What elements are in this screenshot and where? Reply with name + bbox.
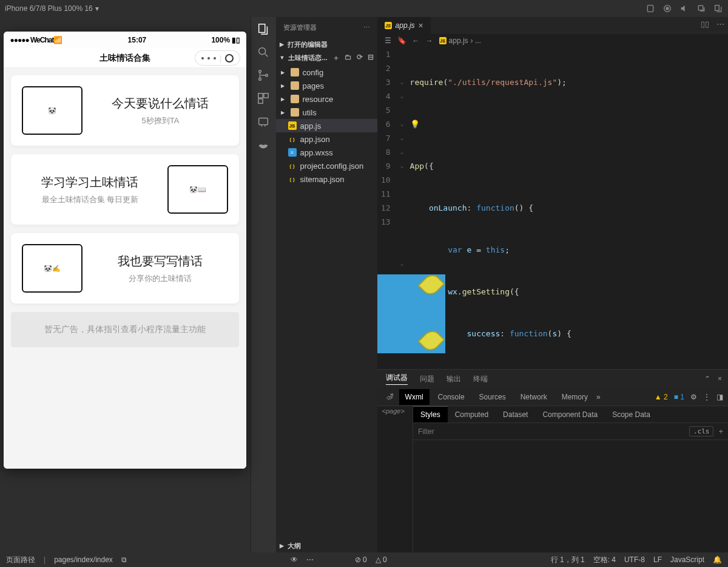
warn-count[interactable]: △ 0 bbox=[376, 555, 387, 564]
path-value[interactable]: pages/index/index bbox=[54, 555, 113, 564]
collapse-icon[interactable]: ⊟ bbox=[368, 53, 374, 63]
devtools-tab-memory[interactable]: Memory bbox=[556, 389, 594, 405]
linecol[interactable]: 行 1，列 1 bbox=[551, 555, 585, 565]
git-icon[interactable] bbox=[256, 68, 271, 83]
encoding[interactable]: UTF-8 bbox=[624, 555, 645, 564]
extensions-icon[interactable] bbox=[256, 91, 271, 106]
subtab-dataset[interactable]: Dataset bbox=[496, 406, 535, 423]
split-icon[interactable]: ▯▯ bbox=[701, 19, 709, 29]
forward-icon[interactable]: → bbox=[426, 36, 433, 45]
tree-file[interactable]: ≡app.wxss bbox=[276, 146, 377, 159]
info-count[interactable]: ■ 1 bbox=[674, 393, 684, 401]
kebab-icon[interactable]: ⋮ bbox=[703, 393, 710, 401]
more-icon[interactable]: ⋯ bbox=[363, 24, 370, 32]
tab-appjs[interactable]: JS app.js × bbox=[377, 17, 431, 34]
list-icon[interactable]: ☰ bbox=[385, 36, 391, 45]
new-folder-icon[interactable]: 🗀 bbox=[345, 53, 352, 63]
path-label: 页面路径 bbox=[6, 555, 35, 565]
card-title: 我也要写写情话 bbox=[92, 253, 228, 270]
back-icon[interactable]: ← bbox=[413, 36, 420, 45]
open-editors-section[interactable]: ▶ 打开的编辑器 bbox=[276, 38, 377, 51]
subtab-computed[interactable]: Computed bbox=[448, 406, 496, 423]
panel-tab-debugger[interactable]: 调试器 bbox=[386, 373, 408, 385]
battery-icon: ▮▯ bbox=[232, 36, 240, 44]
tree-folder[interactable]: ▶resource bbox=[276, 92, 377, 106]
card-3[interactable]: 🐼✍ 我也要写写情话 分享你的土味情话 bbox=[11, 233, 239, 304]
card-2[interactable]: 🐼📖 学习学习土味情话 最全土味情话合集 每日更新 bbox=[11, 154, 239, 225]
home-icon[interactable] bbox=[645, 4, 655, 13]
devtools-tab-wxml[interactable]: Wxml bbox=[399, 389, 430, 405]
device-selector[interactable]: iPhone 6/7/8 Plus 100% 16 ▾ bbox=[5, 4, 99, 13]
debug-icon[interactable] bbox=[256, 114, 271, 129]
more-icon[interactable]: ⋯ bbox=[716, 19, 724, 29]
card-sub: 分享你的土味情话 bbox=[92, 273, 228, 284]
dock-icon[interactable]: ◨ bbox=[716, 393, 723, 401]
style-filter-row: .cls + bbox=[413, 423, 728, 440]
indent[interactable]: 空格: 4 bbox=[593, 555, 616, 565]
tree-file[interactable]: { }sitemap.json bbox=[276, 172, 377, 186]
card-1[interactable]: 🐼 今天要说什么情话 5秒撩到TA bbox=[11, 75, 239, 146]
explorer-icon[interactable] bbox=[256, 22, 271, 36]
phone-body[interactable]: 🐼 今天要说什么情话 5秒撩到TA 🐼📖 学习学习土味情话 最全土味情话合集 每… bbox=[4, 68, 246, 469]
eye-icon[interactable]: 👁 bbox=[291, 555, 298, 564]
close-mini-icon[interactable] bbox=[225, 54, 234, 63]
cls-button[interactable]: .cls bbox=[689, 426, 714, 436]
refresh-icon[interactable]: ⟳ bbox=[357, 53, 363, 63]
multipage-icon[interactable] bbox=[713, 4, 723, 13]
explorer-sidebar: 资源管理器 ⋯ ▶ 打开的编辑器 ▼ 土味情话恋... ＋ 🗀 ⟳ ⊟ ▶con… bbox=[276, 17, 377, 552]
close-icon[interactable]: × bbox=[419, 21, 423, 30]
new-file-icon[interactable]: ＋ bbox=[332, 53, 340, 63]
eol[interactable]: LF bbox=[653, 555, 662, 564]
devtools-tab-network[interactable]: Network bbox=[514, 389, 553, 405]
subtab-componentdata[interactable]: Component Data bbox=[535, 406, 605, 423]
inspect-icon[interactable]: ⮰ bbox=[382, 393, 397, 401]
svg-rect-0 bbox=[647, 5, 653, 12]
code-body[interactable]: require("./utils/requestApi.js"); 💡 App(… bbox=[408, 47, 728, 369]
mute-icon[interactable] bbox=[679, 4, 689, 13]
screenshot-icon[interactable] bbox=[696, 4, 706, 13]
record-icon[interactable] bbox=[662, 4, 672, 13]
error-count[interactable]: ⊘ 0 bbox=[355, 555, 367, 564]
panel-tab-terminal[interactable]: 终端 bbox=[473, 374, 488, 384]
editor-tabs: JS app.js × ▯▯ ⋯ bbox=[377, 17, 728, 34]
add-style-icon[interactable]: + bbox=[718, 427, 723, 436]
tree-folder[interactable]: ▶config bbox=[276, 66, 377, 79]
outline-section[interactable]: ▶ 大纲 bbox=[276, 539, 377, 552]
close-icon[interactable]: × bbox=[718, 375, 722, 383]
copy-path-icon[interactable]: ⧉ bbox=[121, 555, 127, 564]
more-icon[interactable]: ⋯ bbox=[306, 555, 314, 564]
simulator-pane: ●●●●● WeChat📶 15:07 100% ▮▯ 土味情话合集 | 🐼 今… bbox=[0, 17, 251, 552]
bell-icon[interactable]: 🔔 bbox=[713, 555, 722, 564]
panel-tab-output[interactable]: 输出 bbox=[447, 374, 461, 384]
search-icon[interactable] bbox=[256, 45, 271, 59]
devtools-tab-sources[interactable]: Sources bbox=[473, 389, 512, 405]
docker-icon[interactable] bbox=[256, 137, 271, 152]
code-editor[interactable]: 12345678910111213 ⌄⌄⌄⌄⌄⌄⌄ require("./uti… bbox=[377, 47, 728, 369]
bookmark-icon[interactable]: 🔖 bbox=[397, 36, 406, 45]
svg-point-7 bbox=[259, 70, 261, 73]
tree-folder[interactable]: ▶utils bbox=[276, 106, 377, 119]
lightbulb-icon[interactable]: 💡 bbox=[410, 120, 420, 129]
chevron-up-icon[interactable]: ⌃ bbox=[704, 375, 710, 383]
tree-file[interactable]: { }project.config.json bbox=[276, 159, 377, 172]
card-sub: 最全土味情话合集 每日更新 bbox=[22, 194, 158, 205]
more-tabs-icon[interactable]: » bbox=[596, 393, 601, 401]
gear-icon[interactable]: ⚙ bbox=[690, 393, 697, 401]
filter-input[interactable] bbox=[418, 427, 684, 436]
subtab-styles[interactable]: Styles bbox=[413, 406, 448, 423]
subtab-scopedata[interactable]: Scope Data bbox=[605, 406, 658, 423]
wifi-icon: 📶 bbox=[53, 36, 62, 44]
elements-breadcrumb[interactable]: <page> bbox=[377, 406, 413, 416]
devtools-tab-console[interactable]: Console bbox=[432, 389, 471, 405]
lang-mode[interactable]: JavaScript bbox=[670, 555, 704, 564]
warning-count[interactable]: ▲ 2 bbox=[655, 393, 668, 401]
editor-area: JS app.js × ▯▯ ⋯ ☰ 🔖 ← → JS app.js › ... bbox=[377, 17, 728, 552]
panel-tab-problems[interactable]: 问题 bbox=[420, 374, 434, 384]
bottom-panel: 调试器 问题 输出 终端 ⌃ × ⮰ Wxml Console Sources … bbox=[377, 369, 728, 552]
tree-file-appjs[interactable]: JSapp.js bbox=[276, 119, 377, 132]
tree-folder[interactable]: ▶pages bbox=[276, 79, 377, 92]
tree-file[interactable]: { }app.json bbox=[276, 132, 377, 146]
project-section[interactable]: ▼ 土味情话恋... ＋ 🗀 ⟳ ⊟ bbox=[276, 51, 377, 64]
capsule-button[interactable]: | bbox=[195, 50, 240, 66]
card-title: 今天要说什么情话 bbox=[92, 95, 228, 112]
